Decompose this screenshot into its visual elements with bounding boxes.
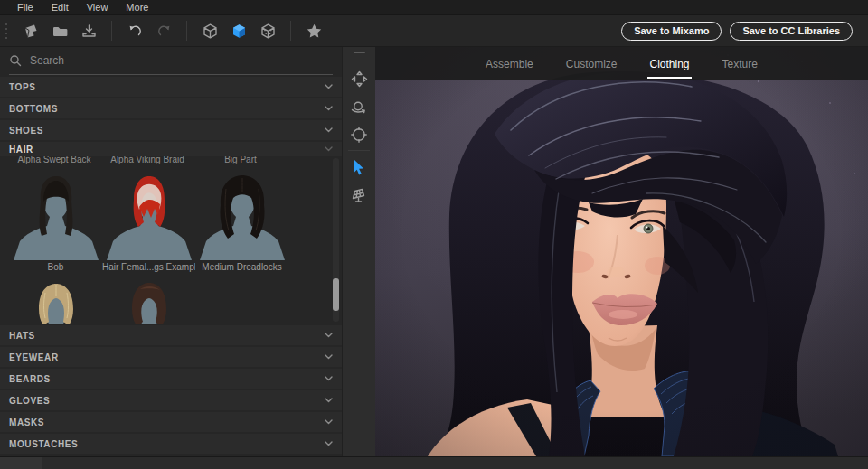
toolbar: Save to Mixamo Save to CC Libraries (0, 15, 868, 47)
section-moustaches[interactable]: MOUSTACHES (0, 434, 342, 454)
section-masks[interactable]: MASKS (0, 412, 342, 432)
tab-customize[interactable]: Customize (564, 48, 619, 79)
section-hair[interactable]: HAIR (0, 142, 342, 156)
section-label: GLOVES (9, 396, 50, 406)
save-to-mixamo-button[interactable]: Save to Mixamo (621, 22, 722, 41)
menu-view[interactable]: View (78, 0, 118, 15)
section-label: EYEWEAR (9, 352, 59, 362)
select-cursor-tool-icon[interactable] (345, 154, 373, 181)
tab-assemble[interactable]: Assemble (484, 48, 535, 79)
hair-item-label: Hair Femal...gs Example (102, 262, 195, 272)
frame-view-tool-icon[interactable] (345, 121, 373, 148)
search-icon (9, 54, 22, 67)
chevron-down-icon (325, 127, 333, 133)
viewport-tool-strip (342, 47, 375, 456)
redo-button[interactable] (152, 19, 175, 42)
pan-tool-icon[interactable] (345, 65, 373, 92)
bottom-bar-divider (561, 457, 561, 469)
chevron-down-icon (325, 441, 333, 446)
chevron-down-icon (325, 84, 333, 89)
chevron-down-icon (325, 419, 333, 425)
favorites-star-button[interactable] (302, 19, 326, 42)
cube-wireframe-button[interactable] (198, 19, 222, 42)
hair-item-label: Alpha Viking Braid (100, 156, 194, 164)
horizontal-scrollbar-thumb[interactable] (0, 457, 42, 469)
orbit-tool-icon[interactable] (345, 93, 373, 120)
chevron-down-icon (325, 398, 333, 403)
hair-items-partial-row (9, 282, 195, 324)
hair-items-grid: Alpha Swept Back Alpha Viking Braid Big … (0, 156, 342, 324)
section-gloves[interactable]: GLOVES (0, 390, 342, 410)
strip-handle[interactable] (354, 52, 365, 53)
section-label: TOPS (9, 82, 35, 92)
section-label: MOUSTACHES (9, 439, 78, 449)
section-label: HATS (9, 331, 35, 341)
hair-item-partial[interactable] (9, 282, 102, 324)
hair-item-bob[interactable]: Bob (9, 174, 102, 272)
menu-more[interactable]: More (117, 0, 157, 15)
toolbar-separator (186, 21, 187, 41)
section-tops[interactable]: TOPS (0, 77, 342, 97)
new-document-button[interactable] (19, 19, 42, 42)
hair-item-label: Alpha Swept Back (7, 156, 101, 164)
hair-item-label: Big Part (193, 156, 288, 164)
tab-texture[interactable]: Texture (721, 48, 760, 79)
hair-item-example[interactable]: Hair Femal...gs Example (102, 174, 195, 272)
section-label: HAIR (9, 145, 33, 155)
section-label: SHOES (9, 126, 43, 136)
section-hats[interactable]: HATS (0, 325, 342, 345)
chevron-down-icon (325, 354, 333, 360)
chevron-down-icon (325, 106, 333, 111)
hair-item-partial[interactable] (102, 282, 195, 324)
section-shoes[interactable]: SHOES (0, 120, 342, 140)
menu-edit[interactable]: Edit (42, 0, 78, 15)
toolbar-separator (111, 21, 112, 41)
tab-clothing[interactable]: Clothing (647, 48, 691, 79)
save-to-cc-libraries-button[interactable]: Save to CC Libraries (730, 22, 853, 41)
section-eyewear[interactable]: EYEWEAR (0, 347, 342, 367)
scrollbar-thumb[interactable] (333, 278, 339, 311)
section-label: BOTTOMS (9, 104, 58, 114)
perspective-grid-tool-icon[interactable] (345, 182, 373, 209)
open-folder-button[interactable] (48, 19, 71, 42)
chevron-down-icon (325, 146, 333, 152)
viewport-3d[interactable]: Assemble Customize Clothing Texture (375, 47, 868, 456)
undo-button[interactable] (123, 19, 146, 42)
drag-handle-icon (5, 23, 7, 39)
scrolled-item-labels: Alpha Swept Back Alpha Viking Braid Big … (0, 156, 342, 165)
cube-shaded-active-button[interactable] (227, 19, 250, 42)
cube-textured-button[interactable] (256, 19, 279, 42)
save-download-button[interactable] (77, 19, 100, 42)
menu-bar: File Edit View More (0, 0, 868, 15)
chevron-down-icon (325, 376, 333, 381)
hair-item-label: Medium Dreadlocks (195, 262, 288, 272)
section-label: MASKS (9, 417, 44, 427)
hair-item-label: Bob (9, 262, 102, 272)
search-row (0, 47, 342, 75)
toolbar-separator (290, 21, 291, 41)
menu-file[interactable]: File (8, 0, 42, 15)
search-input[interactable] (30, 54, 333, 67)
section-label: BEARDS (9, 374, 51, 384)
chevron-down-icon (325, 333, 333, 338)
strip-separator (348, 150, 370, 151)
character-render[interactable] (375, 47, 868, 456)
hair-item-medium-dreadlocks[interactable]: Medium Dreadlocks (195, 174, 288, 272)
section-beards[interactable]: BEARDS (0, 369, 342, 389)
section-bottoms[interactable]: BOTTOMS (0, 98, 342, 118)
bottom-status-bar (0, 456, 868, 469)
asset-panel: TOPS BOTTOMS SHOES HAIR Alpha Swept Back… (0, 47, 342, 456)
app-window: File Edit View More (0, 0, 868, 469)
mode-tab-bar: Assemble Customize Clothing Texture (375, 47, 868, 80)
